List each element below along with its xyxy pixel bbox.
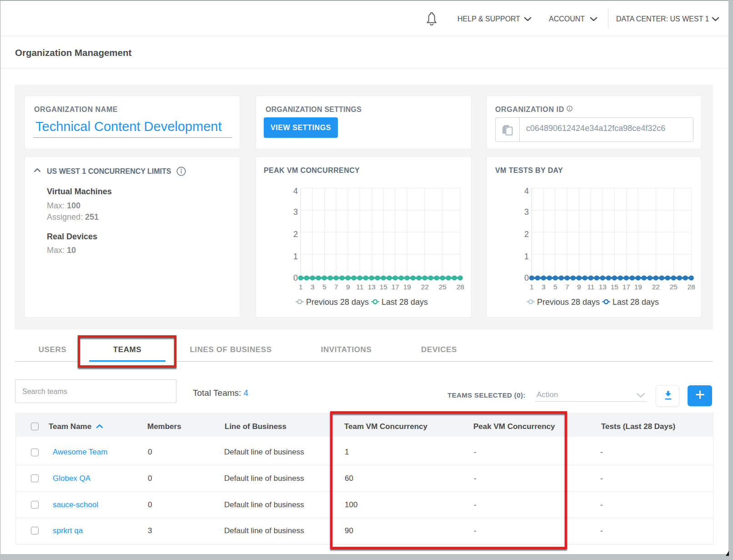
svg-text:11: 11 <box>587 283 594 291</box>
svg-text:Last 28 days: Last 28 days <box>613 298 659 307</box>
svg-text:1: 1 <box>530 283 534 291</box>
svg-text:1: 1 <box>299 283 303 291</box>
svg-text:28: 28 <box>688 283 695 291</box>
svg-text:15: 15 <box>611 283 618 291</box>
svg-text:25: 25 <box>439 283 447 291</box>
svg-text:28: 28 <box>457 283 464 291</box>
svg-text:0: 0 <box>524 273 529 283</box>
svg-text:3: 3 <box>311 283 315 291</box>
svg-text:25: 25 <box>670 283 678 291</box>
svg-text:19: 19 <box>403 283 411 291</box>
svg-text:9: 9 <box>577 283 581 291</box>
svg-text:17: 17 <box>392 283 399 291</box>
svg-text:2: 2 <box>293 230 298 239</box>
svg-text:22: 22 <box>652 283 660 291</box>
svg-text:4: 4 <box>524 187 529 196</box>
svg-text:3: 3 <box>293 207 298 217</box>
svg-text:3: 3 <box>542 283 546 291</box>
svg-text:13: 13 <box>368 283 376 291</box>
svg-text:22: 22 <box>421 283 429 291</box>
svg-text:19: 19 <box>634 283 642 291</box>
svg-text:5: 5 <box>322 283 326 291</box>
svg-text:1: 1 <box>524 252 529 261</box>
svg-text:1: 1 <box>293 252 298 261</box>
svg-text:2: 2 <box>524 230 529 239</box>
svg-text:Previous 28 days: Previous 28 days <box>306 298 369 307</box>
svg-text:15: 15 <box>380 283 387 291</box>
svg-text:13: 13 <box>599 283 607 291</box>
svg-text:7: 7 <box>565 283 569 291</box>
svg-text:9: 9 <box>346 283 350 291</box>
svg-text:4: 4 <box>293 187 298 196</box>
svg-text:0: 0 <box>293 273 298 283</box>
svg-text:Previous 28 days: Previous 28 days <box>537 298 600 307</box>
svg-text:5: 5 <box>553 283 557 291</box>
svg-text:Last 28 days: Last 28 days <box>382 298 428 307</box>
svg-text:3: 3 <box>524 207 529 217</box>
svg-text:17: 17 <box>623 283 630 291</box>
svg-text:11: 11 <box>356 283 363 291</box>
svg-text:7: 7 <box>334 283 338 291</box>
